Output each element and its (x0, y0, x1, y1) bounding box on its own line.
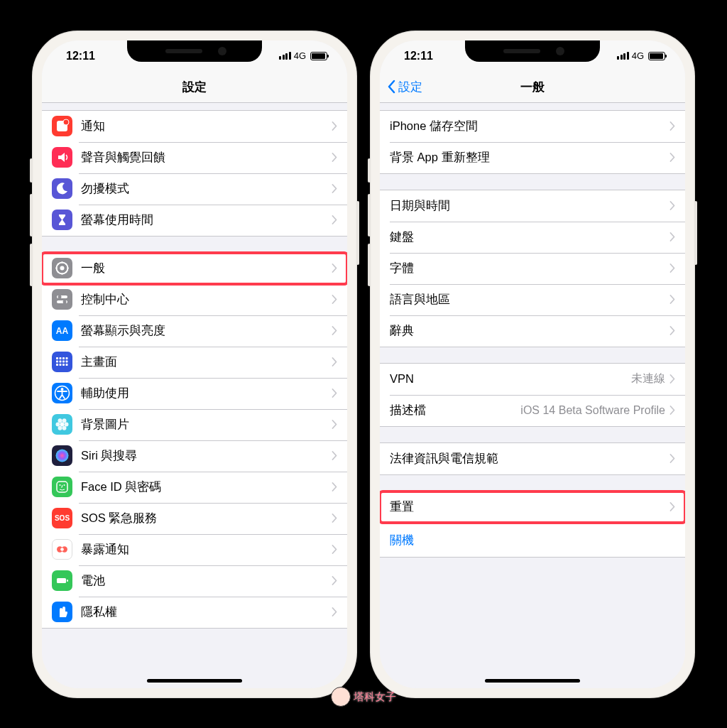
row-screentime[interactable]: 螢幕使用時間 (42, 205, 347, 236)
row-label: 背景圖片 (81, 417, 332, 433)
row-fonts[interactable]: 字體 (380, 253, 685, 284)
row-datetime[interactable]: 日期與時間 (380, 190, 685, 222)
grid-icon (52, 352, 72, 372)
phone-left: 12:11 4G 設定 通知聲音與觸覺回饋勿擾模式螢幕使用時間一般控制中心AA螢… (32, 31, 357, 698)
row-battery[interactable]: 電池 (42, 565, 347, 597)
row-label: 螢幕顯示與亮度 (81, 323, 332, 339)
mute-switch (368, 158, 371, 183)
svg-rect-5 (65, 271, 67, 273)
svg-rect-44 (57, 578, 66, 583)
chevron-right-icon (332, 153, 337, 162)
svg-rect-16 (56, 357, 58, 359)
signal-icon (279, 52, 291, 60)
row-bgrefresh[interactable]: 背景 App 重新整理 (380, 142, 685, 173)
chevron-right-icon (669, 406, 675, 415)
svg-rect-6 (62, 273, 63, 275)
row-reset[interactable]: 重置 (380, 491, 685, 523)
row-profiles[interactable]: 描述檔iOS 14 Beta Software Profile (380, 395, 685, 426)
chevron-right-icon (332, 451, 337, 460)
row-legal[interactable]: 法律資訊與電信規範 (380, 443, 685, 474)
nav-bar: 設定 (42, 72, 347, 103)
row-dnd[interactable]: 勿擾模式 (42, 173, 347, 205)
row-exposure[interactable]: 暴露通知 (42, 534, 347, 565)
row-label: 一般 (81, 261, 332, 276)
svg-point-35 (58, 418, 62, 423)
svg-rect-27 (66, 364, 68, 366)
battery-icon (310, 52, 327, 60)
row-sos[interactable]: SOSSOS 緊急服務 (42, 503, 347, 534)
chevron-right-icon (332, 184, 337, 193)
watermark-avatar (331, 687, 351, 707)
row-label: 字體 (390, 261, 669, 276)
status-time: 12:11 (66, 50, 95, 63)
volume-up-button (30, 194, 33, 237)
hourglass-icon (52, 210, 72, 230)
svg-point-30 (60, 423, 65, 427)
svg-rect-19 (66, 357, 68, 359)
row-sounds[interactable]: 聲音與觸覺回饋 (42, 142, 347, 173)
chevron-right-icon (332, 514, 337, 523)
notch (465, 40, 600, 62)
svg-rect-8 (56, 268, 58, 269)
row-detail: iOS 14 Beta Software Profile (520, 404, 665, 417)
chevron-right-icon (332, 389, 337, 398)
row-storage[interactable]: iPhone 儲存空間 (380, 111, 685, 142)
chevron-right-icon (669, 153, 675, 162)
svg-rect-20 (56, 361, 58, 363)
svg-rect-45 (67, 580, 68, 582)
page-title: 設定 (182, 79, 207, 95)
svg-point-15 (63, 300, 67, 304)
chevron-right-icon (332, 121, 337, 131)
svg-point-31 (65, 423, 69, 427)
row-wallpaper[interactable]: 背景圖片 (42, 409, 347, 440)
row-homescreen[interactable]: 主畫面 (42, 347, 347, 378)
battery-icon (648, 52, 665, 60)
chevron-right-icon (332, 326, 337, 335)
back-button[interactable]: 設定 (387, 79, 422, 95)
row-label: 聲音與觸覺回饋 (81, 150, 332, 165)
row-accessibility[interactable]: 輔助使用 (42, 378, 347, 409)
row-dictionary[interactable]: 辭典 (380, 315, 685, 347)
faceid-icon (52, 477, 72, 497)
power-button (356, 201, 359, 265)
home-indicator[interactable] (485, 679, 580, 683)
row-siri[interactable]: Siri 與搜尋 (42, 440, 347, 472)
chevron-right-icon (332, 420, 337, 429)
volume-down-button (368, 244, 371, 286)
status-time: 12:11 (404, 50, 433, 63)
row-controlcenter[interactable]: 控制中心 (42, 284, 347, 315)
shutdown-button[interactable]: 關機 (380, 523, 685, 558)
row-keyboard[interactable]: 鍵盤 (380, 222, 685, 253)
svg-point-33 (58, 426, 62, 430)
row-display[interactable]: AA螢幕顯示與亮度 (42, 315, 347, 347)
svg-point-37 (56, 450, 69, 462)
phone-right: 12:11 4G 設定 一般 iPhone 儲存空間背景 App 重新整理日期與… (370, 31, 695, 698)
notch (127, 40, 262, 62)
general-list[interactable]: iPhone 儲存空間背景 App 重新整理日期與時間鍵盤字體語言與地區辭典VP… (380, 103, 685, 688)
chevron-right-icon (332, 357, 337, 366)
chevron-right-icon (669, 326, 675, 335)
row-faceid[interactable]: Face ID 與密碼 (42, 472, 347, 503)
settings-list[interactable]: 通知聲音與觸覺回饋勿擾模式螢幕使用時間一般控制中心AA螢幕顯示與亮度主畫面輔助使… (42, 103, 347, 688)
network-label: 4G (632, 50, 644, 61)
row-general[interactable]: 一般 (42, 253, 347, 284)
sos-icon: SOS (52, 508, 72, 528)
chevron-right-icon (669, 502, 675, 511)
moon-icon (52, 178, 72, 199)
row-vpn[interactable]: VPN未連線 (380, 364, 685, 395)
row-language[interactable]: 語言與地區 (380, 284, 685, 315)
chevron-right-icon (669, 121, 675, 131)
row-label: 輔助使用 (81, 386, 332, 401)
home-indicator[interactable] (147, 679, 242, 683)
notifications-icon (52, 116, 72, 136)
chevron-right-icon (669, 232, 675, 241)
row-notifications[interactable]: 通知 (42, 111, 347, 142)
nav-bar: 設定 一般 (380, 72, 685, 103)
flower-icon (52, 414, 72, 435)
svg-point-1 (63, 119, 69, 125)
svg-rect-9 (58, 264, 59, 265)
screen-left: 12:11 4G 設定 通知聲音與觸覺回饋勿擾模式螢幕使用時間一般控制中心AA螢… (42, 40, 347, 688)
row-privacy[interactable]: 隱私權 (42, 597, 347, 628)
row-label: 背景 App 重新整理 (390, 150, 669, 165)
row-label: Face ID 與密碼 (81, 479, 332, 495)
